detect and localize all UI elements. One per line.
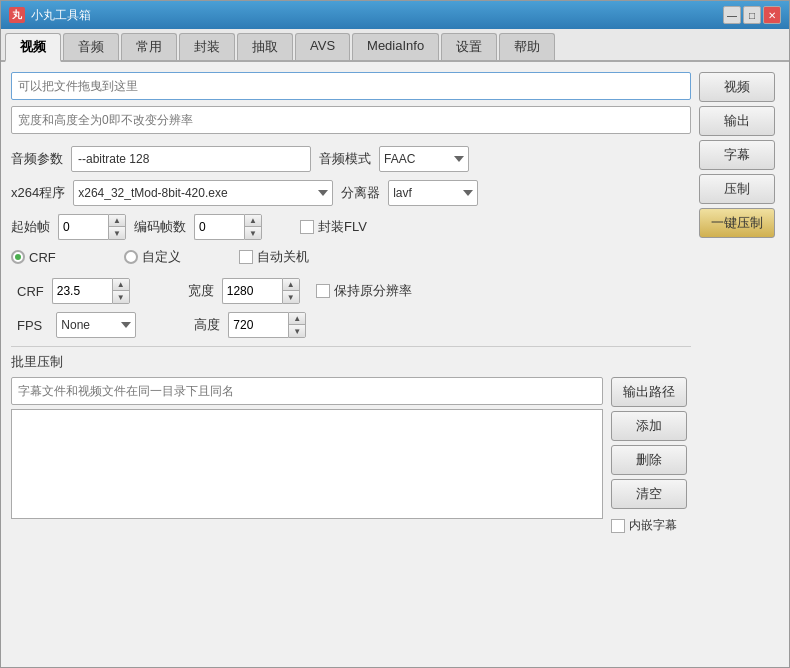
width-down[interactable]: ▼	[283, 291, 299, 303]
keep-resolution-label: 保持原分辨率	[334, 282, 412, 300]
encode-frames-label: 编码帧数	[134, 218, 186, 236]
height-input[interactable]	[228, 312, 288, 338]
crf-row: CRF ▲ ▼ 宽度 ▲ ▼	[11, 278, 691, 304]
embed-subtitle-group: 内嵌字幕	[611, 517, 691, 534]
audio-params-input[interactable]	[71, 146, 311, 172]
height-down[interactable]: ▼	[289, 325, 305, 337]
custom-radio-label: 自定义	[142, 248, 181, 266]
height-spinner: ▲ ▼	[228, 312, 306, 338]
compress-button[interactable]: 压制	[699, 174, 775, 204]
pack-flv-label: 封装FLV	[318, 218, 367, 236]
delete-button[interactable]: 删除	[611, 445, 687, 475]
one-click-button[interactable]: 一键压制	[699, 208, 775, 238]
batch-title: 批里压制	[11, 354, 63, 369]
main-window: 丸 小丸工具箱 — □ ✕ 视频 音频 常用 封装 抽取 AVS MediaIn…	[0, 0, 790, 668]
encode-frames-spinner: ▲ ▼	[194, 214, 262, 240]
keep-resolution-group: 保持原分辨率	[316, 282, 412, 300]
height-spinner-btns: ▲ ▼	[288, 312, 306, 338]
title-bar: 丸 小丸工具箱 — □ ✕	[1, 1, 789, 29]
width-up[interactable]: ▲	[283, 279, 299, 291]
x264-row: x264程序 x264_32_tMod-8bit-420.exe x264_64…	[11, 180, 691, 206]
bottom-layout: 输出路径 添加 删除 清空 内嵌字幕	[11, 377, 691, 534]
start-frame-input[interactable]	[58, 214, 108, 240]
start-frame-spinner-btns: ▲ ▼	[108, 214, 126, 240]
custom-radio-group: 自定义	[124, 248, 181, 266]
height-up[interactable]: ▲	[289, 313, 305, 325]
fps-height-row: FPS None 23.976 24 25 29.97 30 高度	[11, 312, 691, 338]
auto-shutdown-checkbox[interactable]	[239, 250, 253, 264]
auto-shutdown-label: 自动关机	[257, 248, 309, 266]
encode-frames-spinner-btns: ▲ ▼	[244, 214, 262, 240]
tab-common[interactable]: 常用	[121, 33, 177, 60]
subtitle-button[interactable]: 字幕	[699, 140, 775, 170]
frames-row: 起始帧 ▲ ▼ 编码帧数 ▲ ▼	[11, 214, 691, 240]
fps-select[interactable]: None 23.976 24 25 29.97 30	[56, 312, 136, 338]
drop-area[interactable]	[11, 72, 691, 100]
audio-mode-label: 音频模式	[319, 150, 371, 168]
separator-select[interactable]: lavf haali	[388, 180, 478, 206]
crf-spinner: ▲ ▼	[52, 278, 130, 304]
pack-flv-group: 封装FLV	[300, 218, 367, 236]
embed-subtitle-checkbox[interactable]	[611, 519, 625, 533]
app-icon: 丸	[9, 7, 25, 23]
width-spinner-btns: ▲ ▼	[282, 278, 300, 304]
window-title: 小丸工具箱	[31, 7, 723, 24]
start-frame-spinner: ▲ ▼	[58, 214, 126, 240]
crf-input[interactable]	[52, 278, 112, 304]
pack-flv-checkbox[interactable]	[300, 220, 314, 234]
resolution-hint	[11, 106, 691, 134]
video-button[interactable]: 视频	[699, 72, 775, 102]
batch-right: 输出路径 添加 删除 清空 内嵌字幕	[611, 377, 691, 534]
crf-up[interactable]: ▲	[113, 279, 129, 291]
output-path-button[interactable]: 输出路径	[611, 377, 687, 407]
x264-select[interactable]: x264_32_tMod-8bit-420.exe x264_64.exe	[73, 180, 333, 206]
batch-textarea[interactable]	[11, 409, 603, 519]
divider	[11, 346, 691, 347]
add-button[interactable]: 添加	[611, 411, 687, 441]
separator-label: 分离器	[341, 184, 380, 202]
embed-subtitle-label: 内嵌字幕	[629, 517, 677, 534]
x264-label: x264程序	[11, 184, 65, 202]
crf-label: CRF	[17, 284, 44, 299]
maximize-button[interactable]: □	[743, 6, 761, 24]
start-frame-label: 起始帧	[11, 218, 50, 236]
close-button[interactable]: ✕	[763, 6, 781, 24]
radio-row: CRF 自定义 自动关机	[11, 248, 691, 266]
audio-mode-select[interactable]: FAAC AAC MP3	[379, 146, 469, 172]
clear-button[interactable]: 清空	[611, 479, 687, 509]
width-input[interactable]	[222, 278, 282, 304]
tab-bar: 视频 音频 常用 封装 抽取 AVS MediaInfo 设置 帮助	[1, 29, 789, 62]
width-label: 宽度	[188, 282, 214, 300]
tab-mediainfo[interactable]: MediaInfo	[352, 33, 439, 60]
crf-radio-group: CRF	[11, 250, 56, 265]
start-frame-down[interactable]: ▼	[109, 227, 125, 239]
fps-label: FPS	[17, 318, 42, 333]
batch-hint-input[interactable]	[11, 377, 603, 405]
crf-down[interactable]: ▼	[113, 291, 129, 303]
encode-frames-up[interactable]: ▲	[245, 215, 261, 227]
tab-help[interactable]: 帮助	[499, 33, 555, 60]
tab-settings[interactable]: 设置	[441, 33, 497, 60]
tab-avs[interactable]: AVS	[295, 33, 350, 60]
batch-left	[11, 377, 603, 534]
main-layout: 音频参数 音频模式 FAAC AAC MP3 x264程序	[11, 72, 779, 534]
start-frame-up[interactable]: ▲	[109, 215, 125, 227]
minimize-button[interactable]: —	[723, 6, 741, 24]
auto-shutdown-group: 自动关机	[239, 248, 309, 266]
right-panel: 视频 输出 字幕 压制 一键压制	[699, 72, 779, 534]
tab-video[interactable]: 视频	[5, 33, 61, 62]
window-controls: — □ ✕	[723, 6, 781, 24]
tab-audio[interactable]: 音频	[63, 33, 119, 60]
keep-resolution-checkbox[interactable]	[316, 284, 330, 298]
encode-frames-input[interactable]	[194, 214, 244, 240]
tab-extract[interactable]: 抽取	[237, 33, 293, 60]
output-button[interactable]: 输出	[699, 106, 775, 136]
crf-radio-label: CRF	[29, 250, 56, 265]
width-spinner: ▲ ▼	[222, 278, 300, 304]
encode-frames-down[interactable]: ▼	[245, 227, 261, 239]
tab-pack[interactable]: 封装	[179, 33, 235, 60]
height-label: 高度	[194, 316, 220, 334]
crf-radio[interactable]	[11, 250, 25, 264]
custom-radio[interactable]	[124, 250, 138, 264]
crf-spinner-btns: ▲ ▼	[112, 278, 130, 304]
